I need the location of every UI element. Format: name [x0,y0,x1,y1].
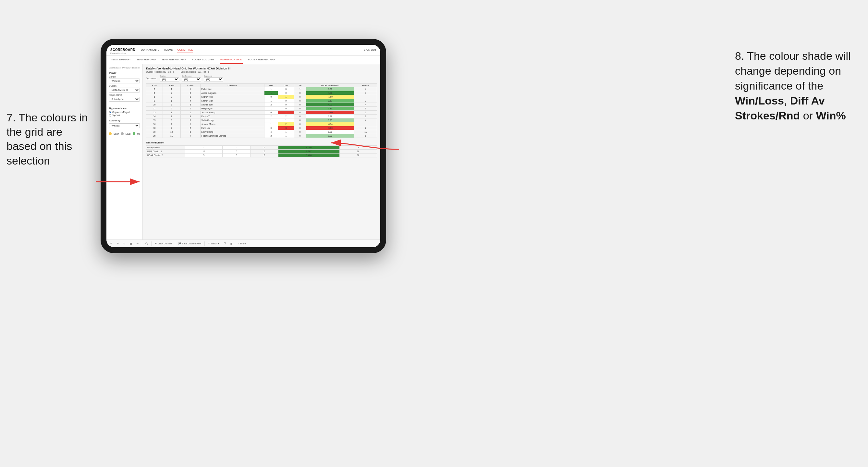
nav-pipe: | [361,49,361,52]
tablet-screen: SCOREBOARD Powered by clippd TOURNAMENTS… [106,45,380,247]
table-row: Foreign Team 1 0 0 4.500 2 [146,146,377,150]
colour-by-title: Colour by [109,119,140,122]
copy-btn[interactable]: ▦ [128,242,133,246]
filter-region-select[interactable]: (All) [160,77,179,82]
filter-opponent-select[interactable]: (All) [204,77,223,82]
gender-label: Gender [109,75,140,78]
redo-btn[interactable]: ↻ [116,242,120,246]
radio-opponents-played[interactable]: Opponents Played [109,111,140,113]
nav-items: TOURNAMENTS TEAMS COMMITTEE [139,47,193,53]
col-div: # Div [146,84,163,87]
overall-record: Overall Record: 353 - 34 - 6 [146,71,174,73]
clock-btn[interactable]: ◯ [144,242,149,246]
radio-dot-top100 [109,114,111,117]
legend-label-up: Up [137,133,140,135]
sub-nav-team-h2h-grid[interactable]: TEAM H2H GRID [136,56,156,64]
sub-nav-player-summary[interactable]: PLAYER SUMMARY [191,56,215,64]
eye-icon: 👁 [208,242,210,245]
radio-top100[interactable]: Top 100 [109,114,140,117]
colour-by-select[interactable]: Win/loss [109,123,140,128]
paste-btn[interactable]: ↪ [135,242,140,246]
logo-area: SCOREBOARD Powered by clippd [110,46,136,54]
table-row: 11 5 1 Heejo Hyun 1 0 0 3.33 3 [146,107,377,111]
table-row: 14 7 4 Eunice Yi 2 2 0 0.38 9 [146,115,377,119]
division-label: Division [109,85,140,87]
table-row: 9 1 4 Sharon Mun 1 0 0 3.67 3 [146,99,377,103]
legend-label-down: Down [114,133,119,135]
col-conf: # Conf [180,84,200,87]
filter-row: Opponents: Region (All) Conference (All) [146,75,377,82]
filter-region-label: Region [160,75,179,77]
watch-btn[interactable]: 👁 Watch ▾ [207,242,221,246]
grid-area: Katelyn Vo Head-to-Head Grid for Women's… [143,64,380,240]
col-loss: Loss [278,84,294,87]
table-row: 20 11 7 Federica Domecq Lacroze 2 1 0 1.… [146,134,377,138]
nav-tournaments[interactable]: TOURNAMENTS [139,47,159,53]
radio-dot-opponents [109,111,111,113]
sign-out-link[interactable]: Sign out [364,47,376,53]
sub-nav-player-h2h-grid[interactable]: PLAYER H2H GRID [220,56,243,64]
share-btn[interactable]: ⇧ Share [236,242,247,246]
gender-select[interactable]: Women's [109,79,140,84]
col-tie: Tie [294,84,306,87]
annotation-left: 7. The colours in the grid are based on … [6,110,91,168]
toolbar-divider-3 [175,242,175,246]
table-row: 10 6 3 Andrea York 2 0 0 4.00 4 [146,103,377,107]
main-table: # Div # Reg # Conf Opponent Win Loss Tie… [146,84,377,138]
sub-nav-team-summary[interactable]: TEAM SUMMARY [110,56,131,64]
filter-region-group: Region (All) [160,75,179,82]
expand-btn[interactable]: ❐ [223,242,227,246]
sub-nav-player-h2h-heatmap[interactable]: PLAYER H2H HEATMAP [247,56,276,64]
share-icon: ⇧ [237,242,239,245]
sub-nav: TEAM SUMMARY TEAM H2H GRID TEAM H2H HEAT… [106,56,380,64]
table-row: 16 2 1 Jessica Mason 1 2 0 -0.94 [146,122,377,126]
player-rank-label: Player (Rank) [109,94,140,96]
col-opponent: Opponent [200,84,264,87]
legend-dot-level [121,132,124,135]
nav-teams[interactable]: TEAMS [164,47,173,53]
sidebar: Last Updated: 27/03/2024 16:55:38 Player… [106,64,143,240]
toolbar-divider-1 [142,242,142,246]
opponent-view-title: Opponent view [109,107,140,110]
legend-dot-down [109,132,112,135]
nav-committee[interactable]: COMMITTEE [177,47,193,53]
filter-opponent-label: Opponent [204,75,223,77]
table-row: 15 8 5 Stella Cheng 1 1 0 1.25 4 [146,119,377,122]
col-rounds: Rounds [354,84,377,87]
col-diff: Diff Av Strokes/Rnd [306,84,354,87]
col-reg: # Reg [162,84,180,87]
main-content: Last Updated: 27/03/2024 16:55:38 Player… [106,64,380,240]
sub-nav-team-h2h-heatmap[interactable]: TEAM H2H HEATMAP [161,56,187,64]
tablet-frame: SCOREBOARD Powered by clippd TOURNAMENTS… [101,39,386,253]
table-row: 5 2 2 Alexis Sudjianto 1 0 0 4.00 3 [146,91,377,95]
filter-conference-group: Conference (All) [182,75,201,82]
table-row: 6 3 3 Sydney Kuo 0 1 0 -1.00 [146,95,377,99]
division-select[interactable]: NCAA Division III [109,88,140,93]
toolbar-divider-2 [151,242,152,246]
annotation-right: 8. The colour shade will change dependin… [735,49,858,123]
table-row: NAIA Division 1 15 0 0 9.267 30 [146,150,377,154]
view-original-btn[interactable]: 👁 View: Original [153,242,173,245]
division-record: Division Record: 331 - 34 - 6 [180,71,209,73]
filter-conference-select[interactable]: (All) [182,77,201,82]
logo-text: SCOREBOARD [110,48,135,52]
grid-btn[interactable]: ▦ [229,242,234,246]
player-rank-select[interactable]: 8. Katelyn Vo [109,97,140,101]
legend-row: Down Level Up [109,132,140,135]
save-custom-btn[interactable]: 💾 Save Custom View [177,242,203,246]
view-icon: 👁 [155,242,157,245]
filter-conference-label: Conference [182,75,201,77]
undo-btn[interactable]: ↺ [109,242,114,246]
grid-subtitle: Overall Record: 353 - 34 - 6 Division Re… [146,71,377,73]
nav-bar: SCOREBOARD Powered by clippd TOURNAMENTS… [106,45,380,56]
redo2-btn[interactable]: ↻ [122,242,127,246]
out-of-division-title: Out of division [146,141,377,144]
radio-group: Opponents Played Top 100 [109,111,140,117]
table-row: NCAA Division 2 5 0 0 7.400 10 [146,154,377,157]
opponents-label: Opponents: [146,77,157,80]
col-win: Win [264,84,278,87]
table-row: 18 2 2 Euna Lee 0 3 0 -5.00 2 [146,126,377,130]
table-row: 19 10 6 Emily Chang 4 1 0 0.30 11 [146,130,377,134]
sidebar-timestamp: Last Updated: 27/03/2024 16:55:38 [109,67,140,69]
logo-sub: Powered by clippd [110,52,136,54]
